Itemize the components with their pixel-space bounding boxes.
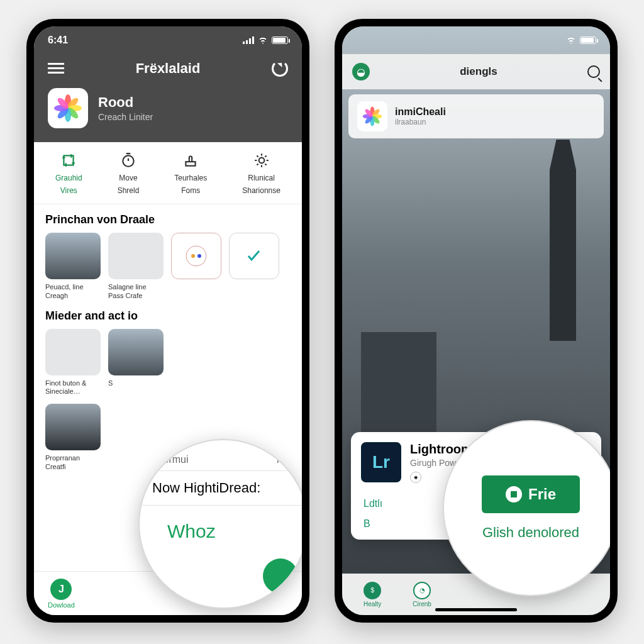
battery-icon xyxy=(580,36,596,44)
thumb-image xyxy=(45,404,101,450)
banner-title: inmiCheali xyxy=(395,106,446,118)
svg-point-1 xyxy=(123,155,133,166)
refresh-icon[interactable] xyxy=(272,60,288,77)
svg-point-3 xyxy=(258,158,264,164)
sun-icon xyxy=(252,151,271,170)
stamp-icon xyxy=(181,151,200,170)
nav-label: Cirenb xyxy=(413,601,431,608)
top-banner[interactable]: inmiCheali ilraabaun xyxy=(348,94,604,138)
magnifier-callout: lsermui Flu Now HightiDread: Whoz xyxy=(138,439,302,609)
cellular-signal-icon xyxy=(243,36,254,44)
thumb-image xyxy=(45,329,101,375)
thumb-caption: Peuacd, line Creagh xyxy=(45,283,101,301)
status-icons xyxy=(243,36,288,44)
free-button-label: Frie xyxy=(528,486,556,503)
flower-icon xyxy=(363,107,382,126)
nav-label: Dowload xyxy=(48,601,75,609)
tool-label-l1: Rlunical xyxy=(248,174,275,182)
photos-app-icon xyxy=(48,88,88,128)
tool-label-l2: Sharionnse xyxy=(242,186,280,195)
featured-app-row[interactable]: Rood Creach Liniter xyxy=(34,88,302,142)
circle-icon: ◔ xyxy=(413,582,431,599)
magnifier-subtitle: Glish denolored xyxy=(482,525,579,541)
section1-row[interactable]: Peuacd, line Creagh Salagne line Pass Cr… xyxy=(34,233,302,301)
tool-label-l1: Move xyxy=(119,174,137,182)
svg-point-6 xyxy=(197,254,201,258)
section2-title: Mieder and act io xyxy=(34,301,302,329)
featured-app-name: Rood xyxy=(98,94,153,111)
flower-icon xyxy=(54,94,82,122)
thumb-image xyxy=(108,329,164,375)
tool-label-l2: Foms xyxy=(181,186,200,195)
featured-app-text: Rood Creach Liniter xyxy=(98,94,153,122)
compass-icon xyxy=(506,486,522,502)
magnifier-headline: Now HightiDread: xyxy=(140,470,302,506)
crop-icon xyxy=(59,151,78,170)
wifi-icon xyxy=(258,36,268,44)
nav-cirenb[interactable]: ◔ Cirenb xyxy=(413,582,431,608)
thumb-s[interactable]: S xyxy=(108,329,164,397)
status-time: 6:41 xyxy=(48,35,68,46)
download-icon: J xyxy=(50,579,72,600)
rating-badge-icon: ✷ xyxy=(410,472,421,483)
magnifier-big-word[interactable]: Whoz xyxy=(140,506,302,542)
banner-subtitle: ilraabaun xyxy=(395,118,446,126)
featured-app-subtitle: Creach Liniter xyxy=(98,112,153,122)
tool-rlunical[interactable]: Rlunical Sharionnse xyxy=(242,151,280,195)
preset-dots-button[interactable] xyxy=(171,233,221,279)
thumb-salagne[interactable]: Salagne line Pass Crafe xyxy=(108,233,164,301)
search-header: ◒ diengls xyxy=(342,54,610,89)
timer-icon xyxy=(119,151,138,170)
phone-left: 6:41 Frëxlalaid xyxy=(26,19,309,623)
screen-right: 9:41 ◒ diengls xyxy=(342,26,610,615)
status-bar: 6:41 xyxy=(34,26,302,54)
photos-app-icon xyxy=(357,101,387,131)
thumb-peuacd[interactable]: Peuacd, line Creagh xyxy=(45,233,101,301)
preset-check-button[interactable] xyxy=(229,233,279,279)
thumb-caption: Salagne line Pass Crafe xyxy=(108,283,164,301)
search-icon[interactable] xyxy=(587,65,600,78)
thumb-image xyxy=(45,233,101,279)
svg-point-4 xyxy=(186,246,206,266)
nav-label: Healty xyxy=(364,601,381,608)
dark-header-block: 6:41 Frëxlalaid xyxy=(34,26,302,142)
free-button[interactable]: Frie xyxy=(482,475,580,513)
tool-label-l2: Vires xyxy=(60,186,77,195)
nav-healty[interactable]: $ Healty xyxy=(364,582,381,608)
screen-title: Frëxlalaid xyxy=(136,60,201,77)
screen-left: 6:41 Frëxlalaid xyxy=(34,26,302,615)
banner-text: inmiCheali ilraabaun xyxy=(395,106,446,126)
section2-row[interactable]: Finot buton & Sineciale… S xyxy=(34,329,302,397)
svg-point-5 xyxy=(191,254,195,258)
tool-label-l1: Grauhid xyxy=(55,174,82,182)
dollar-icon: $ xyxy=(364,582,381,599)
thumb-finot[interactable]: Finot buton & Sineciale… xyxy=(45,329,101,397)
app-badge-icon[interactable]: ◒ xyxy=(352,63,370,80)
tool-label-l2: Shreld xyxy=(118,186,140,195)
phone-right: 9:41 ◒ diengls xyxy=(335,19,618,623)
tool-teurhales[interactable]: Teurhales Foms xyxy=(174,151,207,195)
wifi-icon xyxy=(566,36,576,44)
thumb-proprranan[interactable]: Proprranan Creatfi xyxy=(45,404,101,472)
home-indicator[interactable] xyxy=(435,608,517,611)
tool-grauhid[interactable]: Grauhid Vires xyxy=(55,151,82,195)
thumb-caption: S xyxy=(108,379,164,388)
thumb-caption: Proprranan Creatfi xyxy=(45,454,101,472)
menu-icon[interactable] xyxy=(48,63,64,74)
section1-title: Princhan von Draale xyxy=(34,204,302,233)
svg-rect-2 xyxy=(186,162,196,166)
magnifier-callout: Frie Glish denolored xyxy=(443,420,610,596)
nav-download[interactable]: J Dowload xyxy=(48,579,75,609)
thumb-image xyxy=(108,233,164,279)
battery-icon xyxy=(272,36,288,44)
lightroom-icon: Lr xyxy=(361,442,401,482)
tool-move[interactable]: Move Shreld xyxy=(118,151,140,195)
tool-label-l1: Teurhales xyxy=(174,174,207,182)
title-bar: Frëxlalaid xyxy=(34,54,302,88)
header-title: diengls xyxy=(460,65,497,78)
thumb-caption: Finot buton & Sineciale… xyxy=(45,379,101,397)
tool-strip: Grauhid Vires Move Shreld Teurhales Foms… xyxy=(34,142,302,204)
